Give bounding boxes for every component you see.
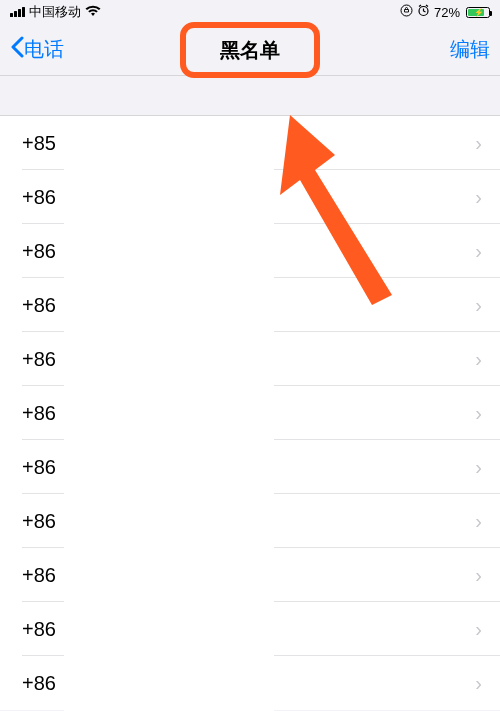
back-button[interactable]: 电话 <box>10 34 64 65</box>
chevron-right-icon: › <box>475 240 482 263</box>
phone-number: +86 <box>22 618 56 641</box>
phone-number: +86 <box>22 672 56 695</box>
chevron-right-icon: › <box>475 510 482 533</box>
phone-number: +86 <box>22 348 56 371</box>
list-item[interactable]: +86 › <box>0 548 500 602</box>
nav-bar: 电话 黑名单 编辑 <box>0 24 500 76</box>
battery-pct: 72% <box>434 5 460 20</box>
phone-number: +86 <box>22 186 56 209</box>
phone-number: +86 <box>22 240 56 263</box>
list-item[interactable]: +86 › <box>0 602 500 656</box>
battery-icon: ⚡ <box>466 7 490 18</box>
status-bar: 中国移动 72% ⚡ <box>0 0 500 24</box>
list-item[interactable]: +86 › <box>0 278 500 332</box>
chevron-right-icon: › <box>475 564 482 587</box>
page-title: 黑名单 <box>220 36 280 63</box>
chevron-right-icon: › <box>475 186 482 209</box>
list-item[interactable]: +86 › <box>0 224 500 278</box>
phone-number: +85 <box>22 132 56 155</box>
list-item[interactable]: +85 › <box>0 116 500 170</box>
blocklist: +85 › +86 › +86 › +86 › +86 › +86 › +86 … <box>0 116 500 710</box>
orientation-lock-icon <box>400 4 413 20</box>
list-item[interactable]: +86 › <box>0 656 500 710</box>
carrier-label: 中国移动 <box>29 3 81 21</box>
status-right: 72% ⚡ <box>400 4 490 20</box>
back-label: 电话 <box>24 36 64 63</box>
phone-number: +86 <box>22 402 56 425</box>
list-item[interactable]: +86 › <box>0 494 500 548</box>
phone-number: +86 <box>22 294 56 317</box>
chevron-left-icon <box>10 34 24 65</box>
list-item[interactable]: +86 › <box>0 332 500 386</box>
chevron-right-icon: › <box>475 402 482 425</box>
chevron-right-icon: › <box>475 618 482 641</box>
phone-number: +86 <box>22 564 56 587</box>
chevron-right-icon: › <box>475 294 482 317</box>
alarm-icon <box>417 4 430 20</box>
chevron-right-icon: › <box>475 348 482 371</box>
list-item[interactable]: +86 › <box>0 440 500 494</box>
section-spacer <box>0 76 500 116</box>
phone-number: +86 <box>22 456 56 479</box>
chevron-right-icon: › <box>475 672 482 695</box>
signal-icon <box>10 7 25 17</box>
chevron-right-icon: › <box>475 132 482 155</box>
svg-point-0 <box>401 5 412 16</box>
list-item[interactable]: +86 › <box>0 386 500 440</box>
phone-number: +86 <box>22 510 56 533</box>
edit-button[interactable]: 编辑 <box>450 36 490 63</box>
list-item[interactable]: +86 › <box>0 170 500 224</box>
wifi-icon <box>85 4 101 20</box>
status-left: 中国移动 <box>10 3 101 21</box>
chevron-right-icon: › <box>475 456 482 479</box>
